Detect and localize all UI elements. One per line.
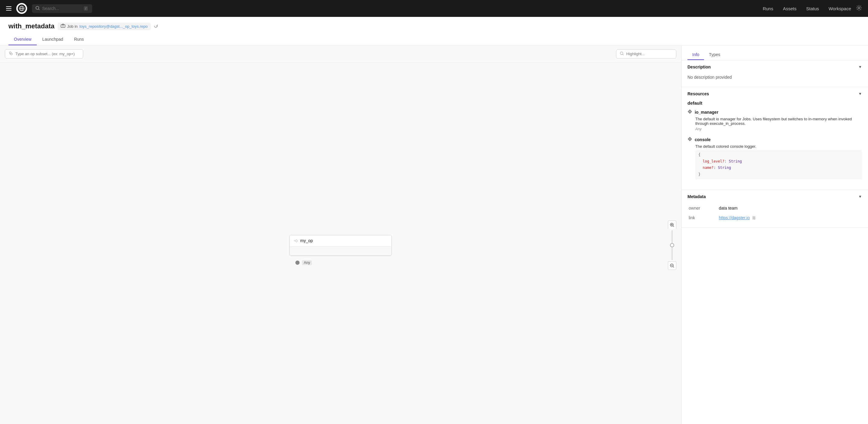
zoom-controls	[668, 220, 676, 270]
highlight-input-container[interactable]	[616, 50, 676, 59]
external-link-icon: ⛓	[752, 216, 756, 220]
output-label: Any	[302, 260, 312, 265]
resources-title: Resources	[687, 91, 709, 96]
resources-section-header[interactable]: Resources ▼	[681, 87, 868, 100]
svg-line-8	[38, 9, 39, 10]
metadata-title: Metadata	[687, 194, 706, 199]
search-input[interactable]	[42, 6, 82, 11]
description-body: No description provided	[681, 73, 868, 87]
metadata-key-link: link	[687, 213, 718, 222]
metadata-table: owner data team link https://dagster.io …	[687, 203, 862, 222]
zoom-slider-track[interactable]	[672, 230, 673, 260]
svg-point-15	[620, 52, 623, 55]
resource-group-title: default	[687, 100, 862, 105]
resource-io-manager: io_manager The default io manager for Jo…	[687, 109, 862, 131]
nav-assets[interactable]: Assets	[783, 6, 797, 11]
svg-line-20	[673, 226, 674, 227]
search-bar[interactable]: /	[32, 4, 92, 13]
tab-overview[interactable]: Overview	[8, 34, 37, 45]
tab-runs[interactable]: Runs	[69, 34, 90, 45]
metadata-row-link: link https://dagster.io ⛓	[687, 213, 862, 222]
svg-line-23	[673, 267, 674, 268]
no-description-text: No description provided	[687, 73, 862, 82]
graph-canvas[interactable]: -◇ my_op Any	[0, 62, 681, 424]
right-panel: Info Types Description ▼ No description …	[681, 46, 868, 424]
metadata-chevron: ▼	[858, 194, 862, 199]
resources-chevron: ▼	[858, 92, 862, 96]
right-panel-content[interactable]: Description ▼ No description provided Re…	[681, 60, 868, 424]
op-node-my-op[interactable]: -◇ my_op	[289, 235, 392, 256]
metadata-section: Metadata ▼ owner data team link https://…	[681, 190, 868, 228]
svg-line-16	[623, 54, 624, 55]
resource-desc-console: The default colored console logger.	[695, 144, 862, 149]
op-arrow-icon: -◇	[294, 239, 298, 243]
svg-rect-0	[6, 6, 11, 7]
metadata-row-owner: owner data team	[687, 203, 862, 213]
resources-body: default io_manager The	[681, 100, 868, 190]
resource-console: console The default colored console logg…	[687, 137, 862, 179]
topnav-links: Runs Assets Status Workspace	[763, 6, 851, 11]
refresh-icon[interactable]	[154, 24, 158, 29]
metadata-section-header[interactable]: Metadata ▼	[681, 190, 868, 203]
highlight-input[interactable]	[626, 52, 677, 56]
job-icon	[61, 24, 65, 29]
op-node-name: my_op	[300, 238, 313, 243]
main-tabs: Overview Launchpad Runs	[8, 34, 860, 45]
nav-status[interactable]: Status	[806, 6, 819, 11]
metadata-value-owner: data team	[718, 203, 862, 213]
resource-name-io-manager: io_manager	[695, 110, 718, 115]
hamburger-menu[interactable]	[6, 6, 11, 10]
page-title: with_metadata	[8, 22, 55, 30]
output-dot	[296, 261, 300, 265]
description-section-header[interactable]: Description ▼	[681, 60, 868, 73]
metadata-link-dagster[interactable]: https://dagster.io	[719, 215, 750, 220]
metadata-key-owner: owner	[687, 203, 718, 213]
search-shortcut: /	[84, 6, 88, 10]
resource-code-console: { log_level?: String name?: String }	[695, 150, 862, 179]
app-logo[interactable]	[16, 3, 27, 14]
op-subset-input[interactable]	[16, 52, 79, 56]
topnav: / Runs Assets Status Workspace	[0, 0, 868, 17]
metadata-value-link: https://dagster.io ⛓	[718, 213, 862, 222]
job-repo-link[interactable]: toys_repository@dagst..._op_toys.repo	[80, 24, 148, 29]
svg-point-13	[10, 53, 12, 55]
svg-point-9	[858, 7, 860, 9]
zoom-in-button[interactable]	[668, 220, 676, 229]
description-title: Description	[687, 64, 711, 69]
filters-row	[0, 46, 681, 62]
right-tab-info[interactable]: Info	[687, 50, 704, 60]
op-filter-icon	[9, 51, 13, 56]
highlight-search-icon	[620, 52, 624, 56]
svg-rect-2	[6, 10, 11, 10]
resources-section: Resources ▼ default	[681, 87, 868, 190]
resource-desc-io-manager: The default io manager for Jobs. Uses fi…	[695, 117, 862, 126]
tab-launchpad[interactable]: Launchpad	[37, 34, 68, 45]
page-header: with_metadata Job in toys_repository@dag…	[0, 17, 868, 46]
main-layout: -◇ my_op Any	[0, 46, 868, 424]
svg-rect-1	[6, 8, 11, 9]
svg-point-7	[36, 6, 39, 9]
resource-icon-console	[687, 137, 692, 142]
resource-icon-io-manager	[687, 109, 692, 115]
zoom-out-button[interactable]	[668, 262, 676, 270]
resource-name-console: console	[695, 137, 711, 142]
nav-workspace[interactable]: Workspace	[829, 6, 851, 11]
resource-type-io-manager: Any	[695, 127, 862, 131]
right-panel-tabs: Info Types	[681, 46, 868, 60]
graph-panel: -◇ my_op Any	[0, 46, 681, 424]
nav-runs[interactable]: Runs	[763, 6, 773, 11]
search-icon	[36, 6, 40, 11]
op-filter-input[interactable]	[5, 49, 83, 59]
job-badge: Job in toys_repository@dagst..._op_toys.…	[58, 23, 151, 30]
zoom-slider-thumb[interactable]	[670, 243, 674, 247]
op-node-body	[290, 246, 392, 255]
metadata-body: owner data team link https://dagster.io …	[681, 203, 868, 228]
job-label: Job in	[67, 24, 78, 29]
right-tab-types[interactable]: Types	[704, 50, 725, 60]
description-chevron: ▼	[858, 65, 862, 69]
settings-icon[interactable]	[856, 5, 862, 12]
description-section: Description ▼ No description provided	[681, 60, 868, 87]
